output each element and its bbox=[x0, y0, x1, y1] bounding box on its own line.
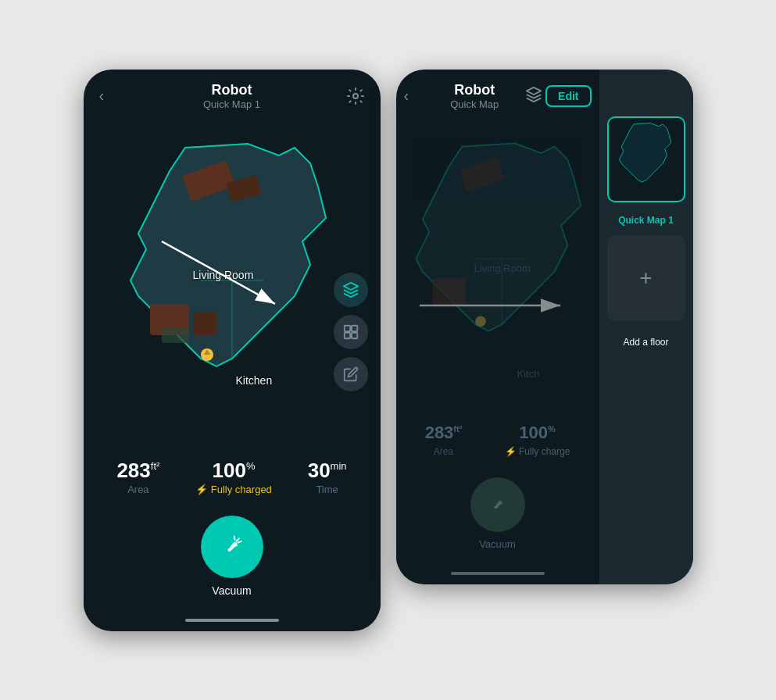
charge-stat: 100% ⚡ Fully charged bbox=[195, 460, 272, 495]
map-thumbnail bbox=[609, 118, 684, 201]
area-value-right: 283ft² bbox=[425, 423, 463, 443]
charge-value-right: 100% bbox=[505, 423, 570, 443]
right-header-titles: Robot Quick Map bbox=[427, 82, 523, 110]
area-value: 283ft² bbox=[116, 460, 159, 480]
area-label: Area bbox=[116, 484, 159, 495]
right-robot-title: Robot bbox=[427, 82, 523, 98]
left-phone-screen: ‹ Robot Quick Map 1 bbox=[84, 70, 381, 631]
living-room-label: Living Room bbox=[193, 269, 254, 281]
back-button-left[interactable]: ‹ bbox=[99, 87, 123, 105]
right-header: ‹ Robot Quick Map Edit bbox=[396, 70, 599, 110]
charge-status-right: ⚡ Fully charge bbox=[505, 446, 570, 457]
home-indicator-right bbox=[451, 572, 545, 575]
settings-icon bbox=[346, 87, 365, 105]
charge-status: ⚡ Fully charged bbox=[195, 484, 272, 495]
stats-area-left: 283ft² Area 100% ⚡ Fully charged 30min T… bbox=[84, 445, 381, 508]
back-button-right[interactable]: ‹ bbox=[404, 87, 427, 105]
segment-icon bbox=[342, 323, 359, 341]
svg-point-23 bbox=[475, 316, 486, 327]
stats-area-right: 283ft² Area 100% ⚡ Fully charge bbox=[396, 407, 599, 470]
right-main-content: ‹ Robot Quick Map Edit bbox=[396, 70, 599, 584]
add-floor-label: Add a floor bbox=[607, 337, 685, 348]
right-phone-screen: ‹ Robot Quick Map Edit bbox=[396, 70, 693, 584]
vacuum-button-left[interactable] bbox=[201, 516, 263, 578]
vacuum-button-right[interactable] bbox=[470, 477, 525, 532]
add-floor-card[interactable]: + bbox=[607, 235, 685, 321]
svg-rect-14 bbox=[344, 332, 349, 338]
action-buttons bbox=[334, 273, 368, 391]
area-label-right: Area bbox=[425, 446, 463, 457]
svg-point-0 bbox=[353, 94, 358, 98]
layers-icon-right bbox=[525, 86, 542, 103]
kitchen-label: Kitchen bbox=[236, 374, 273, 387]
segment-button[interactable] bbox=[334, 315, 368, 349]
time-label: Time bbox=[308, 484, 347, 495]
vacuum-area-left: Vacuum bbox=[84, 508, 381, 612]
area-stat-right: 283ft² Area bbox=[425, 423, 463, 457]
svg-rect-22 bbox=[432, 278, 465, 305]
right-map-subtitle: Quick Map bbox=[427, 98, 523, 110]
left-map-subtitle: Quick Map 1 bbox=[123, 98, 342, 110]
svg-point-17 bbox=[227, 548, 231, 551]
settings-button[interactable] bbox=[342, 87, 365, 105]
map-area-left: Living Room Kitchen bbox=[84, 116, 381, 445]
left-header-title: Robot Quick Map 1 bbox=[123, 82, 342, 110]
svg-point-27 bbox=[494, 505, 496, 508]
floor-plan-svg-right bbox=[396, 110, 599, 407]
map-card-label: Quick Map 1 bbox=[607, 215, 685, 226]
right-kitchen-label: Kitch bbox=[517, 368, 540, 380]
charge-value: 100% bbox=[195, 460, 272, 480]
svg-marker-28 bbox=[619, 123, 671, 182]
layers-icon bbox=[342, 281, 359, 298]
time-stat: 30min Time bbox=[308, 460, 347, 495]
pencil-icon bbox=[343, 366, 359, 382]
left-header: ‹ Robot Quick Map 1 bbox=[84, 70, 381, 110]
svg-rect-15 bbox=[351, 332, 356, 338]
svg-rect-7 bbox=[193, 312, 216, 335]
svg-rect-8 bbox=[162, 327, 189, 343]
side-panel: Quick Map 1 + Add a floor bbox=[599, 70, 693, 584]
area-stat: 283ft² Area bbox=[116, 460, 159, 495]
right-living-label: Living Room bbox=[474, 262, 531, 274]
left-robot-title: Robot bbox=[123, 82, 342, 98]
edit-map-button[interactable] bbox=[334, 357, 368, 391]
home-indicator-left bbox=[185, 619, 279, 622]
charge-stat-right: 100% ⚡ Fully charge bbox=[505, 423, 570, 457]
svg-rect-12 bbox=[344, 325, 349, 330]
vacuum-label-right: Vacuum bbox=[479, 538, 516, 550]
vacuum-label-left: Vacuum bbox=[212, 584, 251, 597]
layers-button[interactable] bbox=[334, 273, 368, 307]
vacuum-icon-right bbox=[486, 493, 510, 516]
add-floor-plus: + bbox=[639, 267, 652, 289]
vacuum-area-right: Vacuum bbox=[396, 470, 599, 566]
time-value: 30min bbox=[308, 460, 347, 480]
layers-toggle-button[interactable] bbox=[522, 83, 545, 109]
svg-rect-13 bbox=[351, 325, 356, 330]
map-area-right: Living Room Kitch bbox=[396, 110, 599, 407]
map-card-1[interactable] bbox=[607, 116, 685, 202]
edit-button-right[interactable]: Edit bbox=[545, 85, 591, 107]
vacuum-icon-left bbox=[218, 533, 246, 561]
